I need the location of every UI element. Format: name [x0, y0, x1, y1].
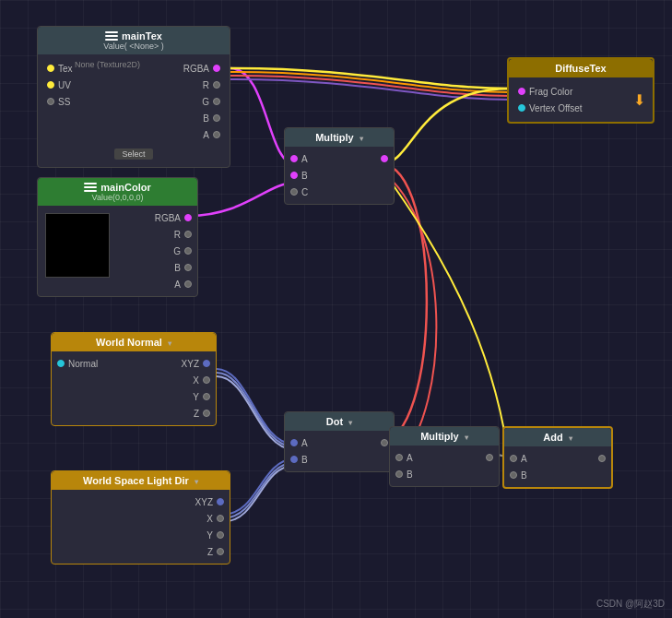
world-space-light-header[interactable]: World Space Light Dir ▾ [52, 471, 230, 490]
frag-color-dot [518, 88, 525, 95]
add-node: Add ▾ A B [502, 426, 613, 489]
maintex-tex-label: Tex [58, 64, 73, 74]
wsl-z-row: Z [190, 543, 230, 560]
a-out-dot [213, 131, 220, 138]
wsl-z-dot [217, 548, 224, 555]
mt-out-dot [381, 155, 388, 162]
world-normal-dropdown[interactable]: ▾ [168, 339, 171, 348]
mc-a-dot [184, 280, 192, 288]
mc-g-label: G [173, 246, 181, 256]
maintex-rgba-label: RGBA [183, 64, 209, 74]
add-a-dot [510, 455, 517, 462]
maintex-b-label: B [203, 113, 209, 124]
dot-b-dot [290, 456, 298, 463]
world-normal-title: World Normal [96, 337, 162, 348]
maintex-node: mainTex Value( <None> ) None (Texture2D)… [37, 26, 230, 168]
maintex-ss-row: SS [41, 93, 178, 110]
wsl-xyz-label: XYZ [195, 497, 213, 507]
mb-a-dot [395, 454, 403, 461]
maintex-title: mainTex [122, 30, 162, 42]
world-space-light-dropdown[interactable]: ▾ [195, 478, 198, 486]
dot-a-dot [290, 439, 298, 446]
mc-b-label: B [174, 263, 181, 273]
dot-out-dot [381, 439, 388, 446]
vertex-offset-dot [518, 104, 525, 112]
add-header[interactable]: Add ▾ [504, 428, 611, 446]
wsl-x-label: X [206, 514, 213, 524]
mt-c-dot [290, 188, 298, 196]
add-b-label: B [521, 470, 527, 481]
wsl-x-row: X [190, 510, 230, 527]
world-normal-body: Normal XYZ X Y Z [52, 351, 216, 425]
frag-color-label: Frag Color [529, 87, 572, 97]
maintex-a-label: A [203, 130, 209, 140]
multiply-bottom-header[interactable]: Multiply ▾ [390, 427, 499, 446]
maincolor-header[interactable]: mainColor Value(0,0,0,0) [38, 178, 197, 206]
g-out-dot [213, 98, 220, 105]
maintex-g-row: G [196, 93, 226, 110]
dot-body: A B [285, 431, 394, 471]
multiply-top-dropdown[interactable]: ▾ [360, 135, 363, 143]
maintex-rgba-row: RGBA [178, 60, 226, 77]
dot-node: Dot ▾ A B [284, 411, 395, 472]
mb-a-label: A [407, 453, 413, 463]
wsl-xyz-row: XYZ [190, 493, 230, 510]
mc-a-row: A [117, 276, 197, 292]
wn-y-dot [203, 393, 210, 400]
wn-x-dot [203, 376, 210, 384]
maincolor-body: RGBA R G B A [38, 206, 197, 296]
wsl-xyz-dot [217, 498, 224, 505]
mc-b-dot [184, 264, 192, 271]
add-dropdown[interactable]: ▾ [569, 434, 572, 443]
add-body: A B [504, 446, 611, 487]
mc-rgba-dot [184, 214, 192, 221]
maincolor-subtitle: Value(0,0,0,0) [45, 193, 190, 202]
dot-b-row: B [285, 451, 394, 468]
maintex-uv-row: UV [41, 77, 178, 93]
mc-b-row: B [117, 259, 197, 276]
maintex-r-row: R [197, 77, 226, 93]
color-preview [45, 213, 110, 278]
maintex-uv-label: UV [58, 80, 71, 90]
mb-a-row: A [390, 449, 499, 466]
maintex-ss-label: SS [58, 97, 70, 107]
dot-header[interactable]: Dot ▾ [285, 412, 394, 431]
r-out-dot [213, 81, 220, 89]
multiply-bottom-body: A B [390, 446, 499, 486]
wn-z-label: Z [194, 409, 199, 419]
mt-b-label: B [301, 171, 308, 181]
mc-g-dot [184, 247, 192, 255]
diffusetex-node: DiffuseTex Frag Color Vertex Offset ⬇ [507, 57, 654, 124]
rgba-out-dot [213, 65, 220, 72]
multiply-bottom-node: Multiply ▾ A B [389, 426, 500, 487]
wn-xyz-label: XYZ [182, 359, 199, 369]
mb-out-dot [486, 454, 493, 461]
add-b-row: B [504, 467, 611, 483]
maintex-header[interactable]: mainTex Value( <None> ) [38, 27, 230, 54]
vertex-offset-label: Vertex Offset [529, 103, 583, 113]
frag-color-row: Frag Color [513, 83, 630, 100]
dot-dropdown[interactable]: ▾ [348, 419, 352, 427]
select-button[interactable]: Select [114, 149, 152, 160]
add-b-dot [510, 471, 517, 479]
maincolor-menu-icon [84, 183, 97, 192]
multiply-bottom-dropdown[interactable]: ▾ [465, 434, 468, 442]
wn-normal-dot [57, 360, 65, 367]
world-space-light-node: World Space Light Dir ▾ XYZ X Y Z [51, 470, 230, 565]
dot-a-label: A [301, 438, 308, 448]
vertex-offset-row: Vertex Offset [513, 100, 630, 116]
wsl-x-dot [217, 515, 224, 522]
wn-y-row: Y [176, 388, 216, 405]
add-a-row: A [504, 450, 611, 467]
mc-rgba-row: RGBA [117, 209, 197, 226]
add-title: Add [543, 432, 562, 443]
maintex-b-row: B [197, 110, 226, 126]
mc-r-row: R [117, 226, 197, 243]
world-normal-header[interactable]: World Normal ▾ [52, 333, 216, 351]
multiply-top-header[interactable]: Multiply ▾ [285, 128, 394, 147]
diffusetex-header[interactable]: DiffuseTex [509, 59, 653, 77]
mt-c-label: C [301, 187, 308, 197]
mb-b-label: B [407, 469, 413, 480]
mc-rgba-label: RGBA [155, 213, 181, 223]
multiply-top-body: A B C [285, 147, 394, 204]
